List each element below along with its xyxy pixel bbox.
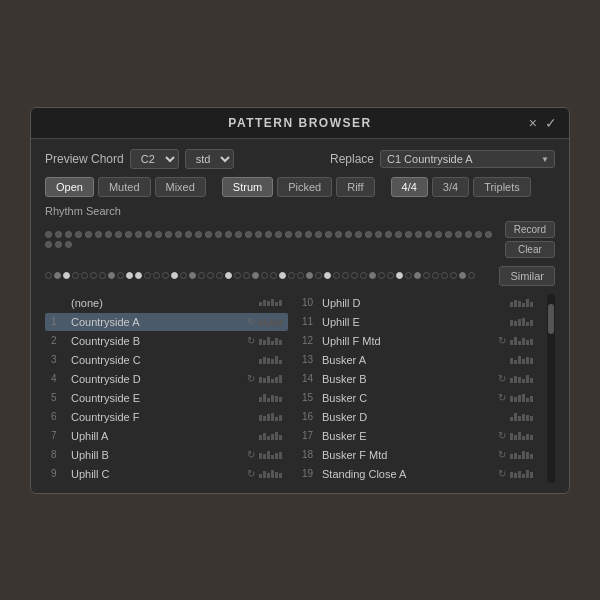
list-item[interactable]: 10 Uphill D	[296, 294, 539, 312]
confirm-icon[interactable]: ✓	[545, 115, 557, 131]
pattern-dot[interactable]	[180, 272, 187, 279]
rhythm-dot[interactable]	[375, 231, 382, 238]
strum-button[interactable]: Strum	[222, 177, 273, 197]
pattern-dot[interactable]	[450, 272, 457, 279]
rhythm-dot[interactable]	[295, 231, 302, 238]
pattern-dot[interactable]	[243, 272, 250, 279]
pattern-dot[interactable]	[288, 272, 295, 279]
pattern-dot[interactable]	[279, 272, 286, 279]
pattern-dot[interactable]	[135, 272, 142, 279]
list-item[interactable]: (none)	[45, 294, 288, 312]
rhythm-dot[interactable]	[235, 231, 242, 238]
list-item[interactable]: 5 Countryside E	[45, 389, 288, 407]
rhythm-dot[interactable]	[405, 231, 412, 238]
pattern-dot[interactable]	[171, 272, 178, 279]
rhythm-dot[interactable]	[355, 231, 362, 238]
list-item[interactable]: 2 Countryside B ↻	[45, 332, 288, 350]
picked-button[interactable]: Picked	[277, 177, 332, 197]
pattern-dot[interactable]	[225, 272, 232, 279]
pattern-dot[interactable]	[108, 272, 115, 279]
pattern-dot[interactable]	[405, 272, 412, 279]
list-item[interactable]: 14 Busker B ↻	[296, 370, 539, 388]
rhythm-dot[interactable]	[45, 231, 52, 238]
pattern-dot[interactable]	[378, 272, 385, 279]
rhythm-dot[interactable]	[275, 231, 282, 238]
rhythm-dot[interactable]	[145, 231, 152, 238]
three-four-button[interactable]: 3/4	[432, 177, 469, 197]
pattern-dot[interactable]	[459, 272, 466, 279]
pattern-dot[interactable]	[324, 272, 331, 279]
rhythm-dot[interactable]	[55, 231, 62, 238]
rhythm-dot[interactable]	[335, 231, 342, 238]
pattern-dot[interactable]	[441, 272, 448, 279]
pattern-dot[interactable]	[432, 272, 439, 279]
pattern-dot[interactable]	[297, 272, 304, 279]
rhythm-dot[interactable]	[455, 231, 462, 238]
std-select[interactable]: std	[185, 149, 234, 169]
list-item[interactable]: 18 Busker F Mtd ↻	[296, 446, 539, 464]
rhythm-dot[interactable]	[345, 231, 352, 238]
list-item[interactable]: 17 Busker E ↻	[296, 427, 539, 445]
pattern-dot[interactable]	[144, 272, 151, 279]
pattern-dot[interactable]	[342, 272, 349, 279]
pattern-dot[interactable]	[234, 272, 241, 279]
four-four-button[interactable]: 4/4	[391, 177, 428, 197]
rhythm-dot[interactable]	[285, 231, 292, 238]
record-button[interactable]: Record	[505, 221, 555, 238]
list-item[interactable]: 13 Busker A	[296, 351, 539, 369]
list-item[interactable]: 4 Countryside D ↻	[45, 370, 288, 388]
rhythm-dot[interactable]	[425, 231, 432, 238]
rhythm-dot[interactable]	[65, 231, 72, 238]
pattern-dot[interactable]	[207, 272, 214, 279]
pattern-dot[interactable]	[198, 272, 205, 279]
pattern-dot[interactable]	[45, 272, 52, 279]
rhythm-dot[interactable]	[265, 231, 272, 238]
pattern-dot[interactable]	[396, 272, 403, 279]
pattern-dot[interactable]	[81, 272, 88, 279]
rhythm-dot[interactable]	[435, 231, 442, 238]
rhythm-dot[interactable]	[195, 231, 202, 238]
list-item[interactable]: 11 Uphill E	[296, 313, 539, 331]
pattern-dot[interactable]	[360, 272, 367, 279]
pattern-dot[interactable]	[126, 272, 133, 279]
riff-button[interactable]: Riff	[336, 177, 374, 197]
rhythm-dot[interactable]	[65, 241, 72, 248]
pattern-dot[interactable]	[189, 272, 196, 279]
muted-button[interactable]: Muted	[98, 177, 151, 197]
pattern-dot[interactable]	[162, 272, 169, 279]
rhythm-dot[interactable]	[75, 231, 82, 238]
rhythm-dot[interactable]	[415, 231, 422, 238]
pattern-dot[interactable]	[369, 272, 376, 279]
rhythm-dot[interactable]	[475, 231, 482, 238]
rhythm-dot[interactable]	[215, 231, 222, 238]
rhythm-dot[interactable]	[365, 231, 372, 238]
rhythm-dot[interactable]	[45, 241, 52, 248]
pattern-dot[interactable]	[216, 272, 223, 279]
list-item[interactable]: 8 Uphill B ↻	[45, 446, 288, 464]
rhythm-dot[interactable]	[95, 231, 102, 238]
rhythm-dot[interactable]	[305, 231, 312, 238]
rhythm-dot[interactable]	[115, 231, 122, 238]
scrollbar-thumb[interactable]	[548, 304, 554, 334]
list-item[interactable]: 12 Uphill F Mtd ↻	[296, 332, 539, 350]
pattern-dot[interactable]	[387, 272, 394, 279]
pattern-dot[interactable]	[117, 272, 124, 279]
pattern-dot[interactable]	[261, 272, 268, 279]
rhythm-dot[interactable]	[155, 231, 162, 238]
rhythm-dot[interactable]	[315, 231, 322, 238]
rhythm-dot[interactable]	[385, 231, 392, 238]
pattern-dot[interactable]	[153, 272, 160, 279]
pattern-dot[interactable]	[72, 272, 79, 279]
rhythm-dot[interactable]	[395, 231, 402, 238]
mixed-button[interactable]: Mixed	[155, 177, 206, 197]
pattern-dot[interactable]	[306, 272, 313, 279]
open-button[interactable]: Open	[45, 177, 94, 197]
scrollbar[interactable]	[547, 294, 555, 483]
list-item[interactable]: 19 Standing Close A ↻	[296, 465, 539, 483]
replace-select[interactable]: C1 Countryside A	[380, 150, 555, 168]
list-item[interactable]: 15 Busker C ↻	[296, 389, 539, 407]
rhythm-dot[interactable]	[485, 231, 492, 238]
pattern-dot[interactable]	[333, 272, 340, 279]
rhythm-dot[interactable]	[85, 231, 92, 238]
pattern-dot[interactable]	[423, 272, 430, 279]
